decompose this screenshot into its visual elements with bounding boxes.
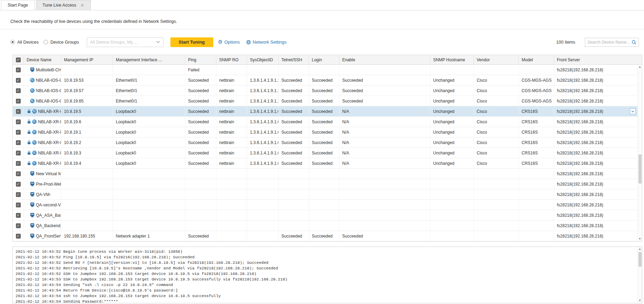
row-checkbox[interactable]: ✓ (16, 234, 21, 239)
table-row[interactable]: ✓ NBLAB-XR-P110.8.19.5Loopback0Succeeded… (13, 106, 637, 117)
column-header-model[interactable]: Model (519, 55, 554, 64)
scroll-thumb[interactable] (638, 154, 642, 184)
table-row[interactable]: ✓ NBLAB-XR-P210.8.19.6Loopback0Succeeded… (13, 117, 637, 127)
cell-enable (339, 169, 430, 179)
radio-label: Device Groups (50, 40, 79, 45)
table-row[interactable]: ✓ QA_FrontServer_192.168.180.155Network … (13, 231, 637, 241)
start-tuning-button[interactable]: Start Tuning (170, 37, 213, 47)
cell-enable: N/A (339, 148, 430, 158)
table-row[interactable]: ✓ NBLAB-XR-PE10.8.19.3Loopback0Succeeded… (13, 148, 637, 158)
column-header-telnet-ssh[interactable]: Telnet/SSH (279, 55, 309, 64)
device-name-cell: NBLAB-XR-P2 (24, 117, 61, 127)
cell-login (309, 65, 339, 75)
table-scrollbar[interactable]: ▲ ▼ (637, 65, 642, 241)
column-header-vendor[interactable]: Vendor (474, 55, 519, 64)
cell-snmp_hostname (430, 200, 474, 210)
table-row[interactable]: ✓ Pre-Prod-Web1fs28218(192.168.28.218) (13, 179, 637, 189)
row-checkbox[interactable]: ✓ (16, 182, 21, 187)
cell-vendor: Cisco (474, 137, 519, 147)
cell-ping: Succeeded (185, 117, 216, 127)
row-checkbox[interactable]: ✓ (16, 78, 21, 83)
cell-front_server: fs28218(192.168.28.218) (554, 127, 637, 137)
cell-model: CRS16S (519, 106, 554, 116)
chevron-down-icon (631, 110, 634, 113)
cell-front_server: fs28218(192.168.28.218) (554, 221, 637, 231)
column-header-sysobjectid[interactable]: SysObjectID (247, 55, 279, 64)
scroll-thumb[interactable] (638, 252, 642, 267)
row-checkbox[interactable]: ✓ (16, 223, 21, 228)
table-row[interactable]: ✓ NBLAB-IOS-CE210.8.19.57Ethernet0/1Succ… (13, 86, 637, 96)
table-row[interactable]: ✓ New Virtual Machfs28218(192.168.28.218… (13, 169, 637, 179)
scroll-down-button[interactable]: ▼ (638, 237, 642, 241)
device-name: Pre-Prod-Web1 (36, 182, 61, 187)
tab-start-page[interactable]: Start Page (1, 0, 35, 10)
table-row[interactable]: ✓ QA_Backend_srvfs28218(192.168.28.218) (13, 221, 637, 231)
device-name-cell: QA_FrontServer_ (24, 231, 61, 241)
column-header-management-interface[interactable]: Management Interface ... (113, 55, 185, 64)
row-checkbox[interactable]: ✓ (16, 130, 21, 135)
column-header-front-server[interactable]: Front Server (554, 55, 642, 64)
column-header-login[interactable]: Login (309, 55, 339, 64)
cell-telnet_ssh (279, 169, 309, 179)
row-checkbox[interactable]: ✓ (16, 88, 21, 93)
table-row[interactable]: ✓ QA-VM-fs28218(192.168.28.218) (13, 189, 637, 200)
row-checkbox[interactable]: ✓ (16, 203, 21, 207)
cell-model: CRS16S (519, 137, 554, 147)
column-header-management-ip[interactable]: Management IP (61, 55, 113, 64)
row-checkbox[interactable]: ✓ (16, 109, 21, 114)
cell-ping: Succeeded (185, 137, 216, 147)
table-row[interactable]: ✓ NBLAB-IOS-CE310.8.19.65Ethernet0/1Succ… (13, 96, 637, 106)
row-checkbox[interactable]: ✓ (16, 151, 21, 155)
table-row[interactable]: ✓ NBLAB-XR-PE10.8.19.1Loopback0Succeeded… (13, 127, 637, 137)
router-icon (32, 119, 37, 124)
options-button[interactable]: ⚙ Options (218, 39, 240, 45)
column-header-snmp-ro[interactable]: SNMP RO (216, 55, 247, 64)
table-body: ✓ MultisiteB-CHI-WFailedfs28218(192.168.… (13, 65, 637, 241)
row-checkbox[interactable]: ✓ (16, 192, 21, 197)
radio-device-groups[interactable]: Device Groups (44, 40, 79, 45)
log-line: 2021-02-12 10:43:54 Return from Device:[… (16, 288, 635, 293)
cell-iface: Network adapter 1 (113, 231, 185, 241)
cell-telnet_ssh: Succeeded (279, 86, 309, 96)
row-checkbox[interactable]: ✓ (16, 119, 21, 124)
table-row[interactable]: ✓ QA_ASA_Basicfs28218(192.168.28.218) (13, 210, 637, 221)
scroll-up-button[interactable]: ▲ (638, 65, 642, 69)
table-row[interactable]: ✓ NBLAB-XR-PE10.8.19.2Loopback0Succeeded… (13, 137, 637, 148)
table-row[interactable]: ✓ NBLAB-XR-PE10.8.19.4Loopback0Succeeded… (13, 158, 637, 169)
row-checkbox[interactable]: ✓ (16, 68, 21, 72)
row-checkbox[interactable]: ✓ (16, 171, 21, 176)
radio-all-devices[interactable]: All Devices (10, 40, 39, 45)
column-header-enable[interactable]: Enable (339, 55, 430, 64)
table-row[interactable]: ✓ NBLAB-IOS-CE110.8.19.53Ethernet0/1Succ… (13, 75, 637, 86)
select-all-checkbox[interactable]: ✓ (16, 57, 21, 62)
column-header-device-name[interactable]: Device Name (24, 55, 61, 64)
close-icon[interactable]: ✕ (81, 3, 84, 8)
row-checkbox-cell: ✓ (13, 75, 24, 85)
log-scrollbar[interactable]: ▲ ▼ (637, 247, 642, 303)
column-header-snmp-hostname[interactable]: SNMP Hostname (430, 55, 474, 64)
network-settings-button[interactable]: Network Settings (246, 39, 287, 45)
cell-model: CGS-MGS-AGS (519, 75, 554, 85)
cell-sysobjectid: 1.3.6.1.4.1.9.1.1 (247, 75, 279, 85)
column-header-ping[interactable]: Ping (185, 55, 216, 64)
table-row[interactable]: ✓ MultisiteB-CHI-WFailedfs28218(192.168.… (13, 65, 637, 75)
scroll-up-button[interactable]: ▲ (638, 247, 642, 251)
row-checkbox-cell: ✓ (13, 96, 24, 106)
cell-front_server: fs28218(192.168.28.218) (554, 158, 637, 168)
row-checkbox[interactable]: ✓ (16, 213, 21, 218)
row-checkbox[interactable]: ✓ (16, 161, 21, 166)
row-action-dropdown[interactable] (630, 108, 636, 114)
table-row[interactable]: ✓ QA-second-VMfs28218(192.168.28.218) (13, 200, 637, 210)
row-checkbox[interactable]: ✓ (16, 99, 21, 104)
scroll-down-button[interactable]: ▼ (638, 298, 642, 303)
cell-front_server: fs28218(192.168.28.218) (554, 179, 637, 189)
tab-tune-live-access[interactable]: Tune Live Access ✕ (36, 0, 91, 10)
search-input[interactable] (587, 40, 632, 45)
row-checkbox[interactable]: ✓ (16, 140, 21, 145)
lock-icon (27, 119, 31, 124)
device-groups-combobox[interactable]: All Device Groups, My ... (87, 37, 164, 47)
cell-snmp_ro: netbrain (216, 86, 247, 96)
search-icon[interactable] (632, 40, 636, 45)
cell-front_server: fs28218(192.168.28.218) (554, 189, 637, 199)
cell-snmp_ro: netbrain (216, 158, 247, 168)
